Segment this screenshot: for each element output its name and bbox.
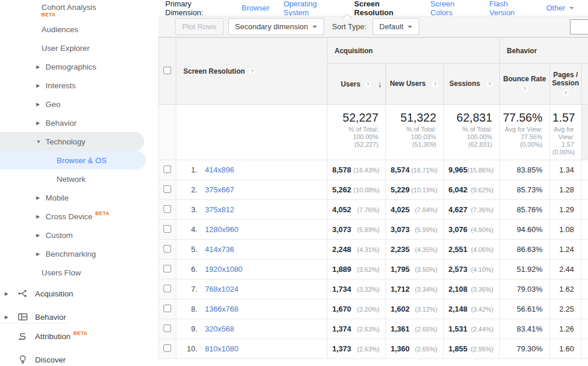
beta-badge: BETA bbox=[41, 12, 55, 18]
table-row: 2. 375x667 5,262(10.08%) 5,229(10.19%) 6… bbox=[159, 180, 588, 200]
help-icon[interactable]: ? bbox=[364, 80, 372, 88]
column-header-users[interactable]: Users ? ↓ bbox=[328, 64, 386, 105]
column-header-sessions[interactable]: Sessions ? bbox=[444, 64, 500, 105]
expander-arrow-icon[interactable]: ▶ bbox=[36, 64, 46, 70]
row-checkbox[interactable] bbox=[163, 285, 171, 292]
row-checkbox[interactable] bbox=[163, 324, 171, 332]
row-checkbox[interactable] bbox=[163, 185, 171, 193]
sidebar-item-label: Network bbox=[57, 175, 86, 184]
expander-arrow-icon[interactable]: ▶ bbox=[36, 233, 46, 238]
row-checkbox[interactable] bbox=[163, 245, 171, 253]
sidebar-item-users-flow[interactable]: Users Flow bbox=[0, 263, 158, 282]
sidebar-item-network[interactable]: Network bbox=[0, 170, 158, 188]
sidebar-section-discover[interactable]: Discover bbox=[0, 350, 158, 366]
new-users-cell: 1,795(3.50%) bbox=[386, 260, 444, 279]
sidebar-item-custom[interactable]: ▶ Custom bbox=[0, 226, 158, 244]
dimension-option-browser[interactable]: Browser bbox=[242, 0, 270, 17]
resolution-link[interactable]: 768x1024 bbox=[205, 285, 238, 294]
sidebar-section-behavior[interactable]: ▶ Behavior bbox=[0, 308, 158, 326]
expander-arrow-icon[interactable]: ▶ bbox=[5, 315, 13, 320]
help-icon[interactable]: ? bbox=[521, 85, 529, 93]
expander-arrow-icon[interactable]: ▶ bbox=[36, 214, 46, 219]
expander-arrow-icon[interactable]: ▶ bbox=[36, 83, 46, 88]
table-row: 4. 1280x960 3,073(5.89%) 3,073(5.99%) 3,… bbox=[159, 220, 588, 240]
sidebar-item-user-explorer[interactable]: User Explorer bbox=[0, 39, 158, 57]
dimension-header-cell[interactable]: Screen Resolution ? bbox=[176, 38, 328, 105]
select-all-checkbox[interactable] bbox=[163, 67, 171, 74]
secondary-dimension-dropdown[interactable]: Secondary dimension bbox=[228, 18, 324, 35]
sidebar-item-label: Benchmarking bbox=[46, 250, 96, 258]
dimension-option-screen-resolution[interactable]: Screen Resolution bbox=[354, 0, 417, 17]
sidebar-item-label: Mobile bbox=[46, 194, 69, 202]
help-icon[interactable]: ? bbox=[562, 89, 570, 97]
help-icon[interactable]: ? bbox=[431, 80, 439, 88]
sidebar-item-geo[interactable]: ▶ Geo bbox=[0, 95, 158, 113]
resolution-link[interactable]: 1920x1080 bbox=[205, 265, 242, 274]
sidebar-item-demographics[interactable]: ▶ Demographics bbox=[0, 57, 158, 76]
column-header-pages-session[interactable]: Pages / Session ? bbox=[550, 64, 582, 105]
sidebar-item-label: Interests bbox=[46, 81, 76, 90]
row-checkbox[interactable] bbox=[163, 305, 171, 312]
resolution-link[interactable]: 1366x768 bbox=[205, 305, 238, 313]
expander-arrow-icon[interactable]: ▶ bbox=[36, 102, 46, 107]
users-cell: 5,262(10.08%) bbox=[328, 180, 386, 200]
row-checkbox[interactable] bbox=[163, 205, 171, 213]
dimension-option-operating-system[interactable]: Operating System bbox=[283, 0, 340, 17]
sidebar-item-mobile[interactable]: ▶ Mobile bbox=[0, 188, 158, 207]
sidebar-item-technology[interactable]: ▼ Technology bbox=[0, 132, 144, 151]
plot-rows-button[interactable]: Plot Rows bbox=[175, 18, 224, 35]
resolution-link[interactable]: 810x1080 bbox=[205, 344, 238, 353]
row-checkbox[interactable] bbox=[163, 344, 171, 352]
pages-session-cell: 1.08 bbox=[550, 220, 582, 240]
help-icon[interactable]: ? bbox=[248, 67, 256, 75]
sidebar-item-browser-os[interactable]: Browser & OS bbox=[0, 151, 146, 170]
row-rank: 1. bbox=[183, 165, 197, 174]
sidebar-section-attribution[interactable]: Attribution BETA bbox=[0, 327, 158, 346]
users-cell: 1,373(2.63%) bbox=[328, 339, 386, 359]
sidebar-item-benchmarking[interactable]: ▶ Benchmarking bbox=[0, 244, 158, 263]
sessions-cell: 2,148(3.42%) bbox=[444, 299, 500, 319]
search-input[interactable] bbox=[570, 19, 588, 34]
sidebar-item-label: Browser & OS bbox=[57, 156, 107, 165]
row-checkbox[interactable] bbox=[163, 165, 171, 173]
dimension-option-flash-version[interactable]: Flash Version bbox=[489, 0, 533, 17]
sessions-cell: 6,042(9.62%) bbox=[444, 180, 500, 200]
users-cell: 3,073(5.89%) bbox=[328, 220, 386, 240]
bounce-rate-cell: 79.30% bbox=[500, 339, 550, 359]
row-checkbox[interactable] bbox=[163, 225, 171, 233]
users-cell: 1,734(3.32%) bbox=[328, 279, 386, 299]
expander-arrow-icon[interactable]: ▼ bbox=[36, 139, 46, 144]
sidebar-item-behavior[interactable]: ▶ Behavior bbox=[0, 113, 158, 132]
column-header-bounce-rate[interactable]: Bounce Rate ? bbox=[500, 64, 550, 105]
bounce-rate-cell: 83.41% bbox=[500, 319, 550, 339]
sidebar-item-cross-device[interactable]: ▶ Cross Device BETA bbox=[0, 207, 158, 226]
sidebar-item-audiences[interactable]: Audiences bbox=[0, 20, 158, 39]
bounce-rate-cell: 56.61% bbox=[500, 299, 550, 319]
expander-arrow-icon[interactable]: ▶ bbox=[36, 195, 46, 201]
resolution-link[interactable]: 375x812 bbox=[205, 205, 234, 214]
summary-pages-session: 1.57 Avg for View: 1.57 (0.00%) bbox=[550, 105, 582, 160]
resolution-link[interactable]: 375x667 bbox=[205, 185, 234, 194]
group-header-behavior: Behavior bbox=[500, 38, 588, 64]
sort-arrow-icon[interactable]: ↓ bbox=[378, 80, 382, 89]
help-icon[interactable]: ? bbox=[486, 80, 494, 88]
expander-arrow-icon[interactable]: ▶ bbox=[36, 251, 46, 257]
row-checkbox[interactable] bbox=[163, 265, 171, 272]
sort-type-dropdown[interactable]: Default bbox=[373, 18, 419, 35]
dimension-option-screen-colors[interactable]: Screen Colors bbox=[430, 0, 475, 17]
resolution-link[interactable]: 414x736 bbox=[205, 245, 234, 254]
expander-arrow-icon[interactable]: ▶ bbox=[5, 291, 13, 296]
expander-arrow-icon[interactable]: ▶ bbox=[36, 120, 46, 126]
sidebar-item-cohort-analysis[interactable]: Cohort Analysis BETA bbox=[0, 1, 158, 20]
column-header-new-users[interactable]: New Users ? bbox=[386, 64, 444, 105]
sidebar-divider bbox=[0, 323, 67, 323]
summary-bounce-rate: 77.56% Avg for View: 77.56% (0.00%) bbox=[500, 105, 550, 160]
dimension-option-other[interactable]: Other bbox=[547, 0, 575, 17]
resolution-link[interactable]: 320x568 bbox=[205, 324, 234, 333]
resolution-link[interactable]: 414x896 bbox=[205, 165, 234, 174]
sidebar-item-interests[interactable]: ▶ Interests bbox=[0, 76, 158, 95]
sidebar-section-label: Attribution bbox=[35, 332, 71, 341]
resolution-link[interactable]: 1280x960 bbox=[205, 225, 238, 234]
sessions-cell: 2,108(3.36%) bbox=[444, 279, 500, 299]
sidebar-section-acquisition[interactable]: ▶ Acquisition bbox=[0, 284, 158, 303]
